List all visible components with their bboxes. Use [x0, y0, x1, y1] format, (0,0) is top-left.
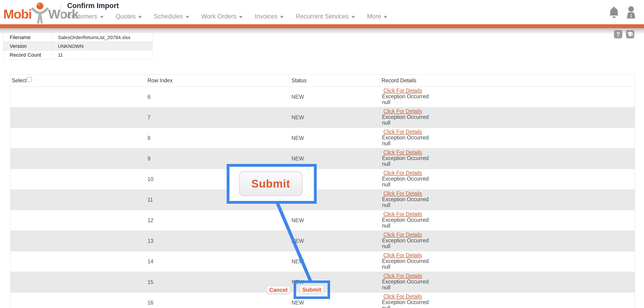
notifications-bell-icon[interactable] [609, 6, 619, 18]
info-value-version: UNKNOWN [53, 44, 84, 49]
table-row: 13 NEW Click For Details Exception Occur… [10, 231, 635, 251]
record-details-cell: Click For Details Exception Occurred nul… [380, 272, 635, 292]
details-exception-text: Exception Occurred [382, 196, 429, 202]
info-label: Record Count [3, 51, 53, 59]
status-cell: NEW [290, 210, 380, 231]
details-exception-text: Exception Occurred [382, 114, 429, 120]
graduation-cap-icon [627, 31, 634, 37]
table-row: 14 NEW Click For Details Exception Occur… [10, 251, 635, 272]
click-for-details-link[interactable]: Click For Details [384, 211, 422, 217]
details-exception-text: Exception Occurred [382, 176, 429, 182]
click-for-details-link[interactable]: Click For Details [384, 149, 422, 156]
row-index-cell: 8 [146, 128, 290, 148]
select-all-checkbox[interactable] [27, 77, 32, 82]
row-index-cell: 7 [146, 107, 290, 128]
info-label: Version [3, 42, 53, 50]
nav-item-quotes[interactable]: Quotes [116, 13, 142, 20]
select-cell [10, 87, 146, 107]
brand-accent-bar [0, 24, 644, 28]
click-for-details-link[interactable]: Click For Details [384, 108, 422, 114]
table-row: 8 NEW Click For Details Exception Occurr… [10, 128, 635, 148]
details-null-text: null [382, 284, 390, 290]
click-for-details-link[interactable]: Click For Details [384, 232, 422, 238]
record-details-cell: Click For Details Exception Occurred nul… [380, 107, 635, 128]
column-header-select: Select [10, 75, 146, 86]
nav-item-schedules[interactable]: Schedules [154, 13, 189, 20]
table-row: 9 NEW Click For Details Exception Occurr… [10, 148, 635, 169]
row-index-cell: 6 [146, 87, 290, 107]
details-null-text: null [382, 161, 390, 167]
info-row-version: Version UNKNOWN [3, 42, 152, 51]
details-exception-text: Exception Occurred [382, 155, 429, 161]
select-cell [10, 210, 146, 231]
table-row: 16 NEW Click For Details Exception Occur… [10, 292, 635, 308]
chevron-down-icon [384, 16, 387, 18]
chevron-down-icon [138, 16, 142, 18]
chevron-down-icon [100, 16, 104, 18]
record-details-cell: Click For Details Exception Occurred nul… [380, 251, 635, 272]
info-row-record-count: Record Count 11 [3, 51, 152, 59]
table-row: 11 NEW Click For Details Exception Occur… [10, 190, 635, 210]
details-null-text: null [382, 202, 390, 208]
details-exception-text: Exception Occurred [382, 237, 429, 243]
column-header-record-details: Record Details [380, 75, 635, 86]
table-row: 12 NEW Click For Details Exception Occur… [10, 210, 635, 231]
select-cell [10, 107, 146, 128]
header-right-icons [609, 6, 637, 19]
table-header-row: Select Row Index Status Record Details [10, 75, 635, 87]
status-cell: NEW [290, 292, 380, 308]
select-cell [10, 292, 146, 308]
submit-button-callout: Submit [227, 164, 317, 204]
row-index-cell: 16 [146, 292, 290, 308]
page-title: Confirm Import [67, 2, 119, 10]
details-exception-text: Exception Occurred [382, 93, 429, 99]
nav-item-work-orders[interactable]: Work Orders [201, 13, 243, 20]
question-mark-icon: ? [616, 31, 620, 38]
select-cell [10, 251, 146, 272]
click-for-details-link[interactable]: Click For Details [384, 294, 422, 299]
help-button[interactable]: ? [614, 30, 622, 38]
info-row-filename: Filename SalesOrderReturnList_20784.xlsx [3, 33, 152, 42]
main-navigation: Customers Quotes Schedules Work Orders I… [67, 13, 387, 20]
click-for-details-link[interactable]: Click For Details [384, 88, 422, 94]
click-for-details-link[interactable]: Click For Details [384, 191, 422, 197]
table-row: 6 NEW Click For Details Exception Occurr… [10, 87, 635, 107]
import-info-table: Filename SalesOrderReturnList_20784.xlsx… [3, 33, 152, 59]
nav-item-recurrent-services[interactable]: Recurrent Services [296, 13, 355, 20]
click-for-details-link[interactable]: Click For Details [384, 129, 422, 135]
import-records-table: Select Row Index Status Record Details 6… [10, 74, 635, 308]
record-details-cell: Click For Details Exception Occurred nul… [380, 128, 635, 148]
utility-icons: ? [614, 30, 634, 38]
click-for-details-link[interactable]: Click For Details [384, 273, 422, 279]
header-divider [60, 2, 61, 22]
user-account-icon[interactable] [625, 6, 637, 19]
details-null-text: null [382, 99, 390, 105]
details-null-text: null [382, 305, 390, 308]
record-details-cell: Click For Details Exception Occurred nul… [380, 148, 635, 169]
select-cell [10, 272, 146, 292]
info-value-filename: SalesOrderReturnList_20784.xlsx [53, 35, 130, 40]
nav-item-invoices[interactable]: Invoices [254, 13, 284, 20]
details-exception-text: Exception Occurred [382, 258, 429, 264]
chevron-down-icon [351, 16, 355, 18]
chevron-down-icon [280, 16, 284, 18]
click-for-details-link[interactable]: Click For Details [384, 170, 422, 176]
details-exception-text: Exception Occurred [382, 134, 429, 140]
chevron-down-icon [239, 16, 242, 18]
tutorials-button[interactable] [626, 30, 634, 38]
click-for-details-link[interactable]: Click For Details [384, 252, 422, 258]
status-cell: NEW [290, 128, 380, 148]
nav-item-customers[interactable]: Customers [67, 13, 104, 20]
submit-button[interactable]: Submit [300, 285, 324, 294]
column-header-status: Status [290, 75, 380, 86]
info-value-record-count: 11 [53, 52, 63, 58]
cancel-button[interactable]: Cancel [266, 285, 290, 294]
details-exception-text: Exception Occurred [382, 299, 429, 305]
nav-item-more[interactable]: More [367, 13, 388, 20]
column-header-row-index: Row Index [146, 75, 290, 86]
row-index-cell: 13 [146, 231, 290, 251]
select-cell [10, 190, 146, 210]
details-null-text: null [382, 223, 390, 229]
select-cell [10, 169, 146, 189]
magnified-submit-button: Submit [239, 171, 302, 196]
